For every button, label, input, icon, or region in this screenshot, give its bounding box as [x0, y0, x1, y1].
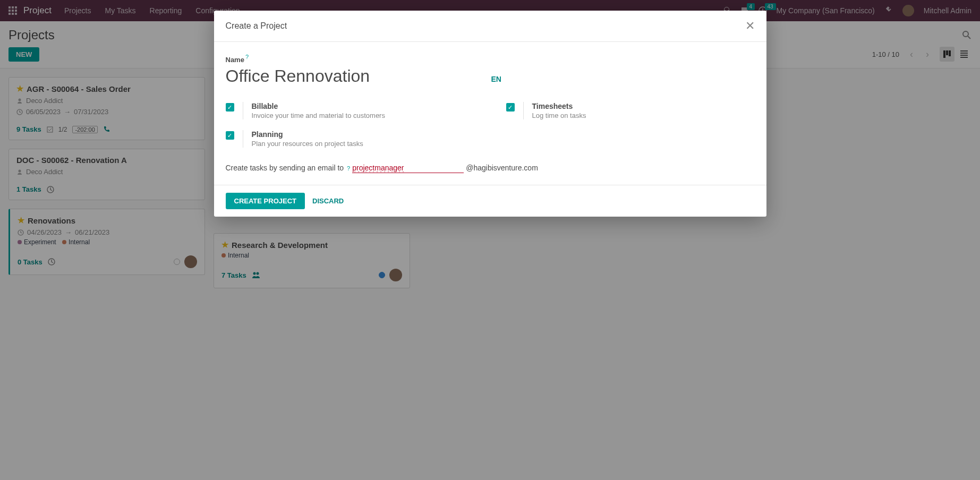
create-project-button[interactable]: CREATE PROJECT	[226, 193, 305, 209]
help-icon[interactable]: ?	[245, 54, 249, 60]
help-icon[interactable]: ?	[347, 165, 350, 172]
create-project-modal: Create a Project ✕ Name? EN ✓ Billable I…	[214, 11, 766, 217]
discard-button[interactable]: DISCARD	[312, 197, 344, 205]
planning-checkbox[interactable]: ✓	[226, 131, 234, 140]
email-alias-input[interactable]	[352, 164, 464, 173]
modal-title: Create a Project	[226, 21, 287, 31]
billable-checkbox[interactable]: ✓	[226, 103, 234, 112]
option-desc: Plan your resources on project tasks	[252, 140, 363, 148]
option-title: Billable	[252, 102, 385, 110]
email-label: Create tasks by sending an email to	[226, 164, 344, 172]
name-label: Name	[226, 56, 244, 64]
project-name-input[interactable]	[226, 66, 481, 86]
close-icon[interactable]: ✕	[745, 19, 755, 33]
option-title: Planning	[252, 130, 363, 139]
option-title: Timesheets	[532, 102, 586, 110]
email-domain: @hagibisventure.com	[466, 164, 538, 172]
option-desc: Log time on tasks	[532, 112, 586, 119]
language-button[interactable]: EN	[491, 75, 501, 83]
option-desc: Invoice your time and material to custom…	[252, 112, 385, 119]
timesheets-checkbox[interactable]: ✓	[506, 103, 515, 112]
